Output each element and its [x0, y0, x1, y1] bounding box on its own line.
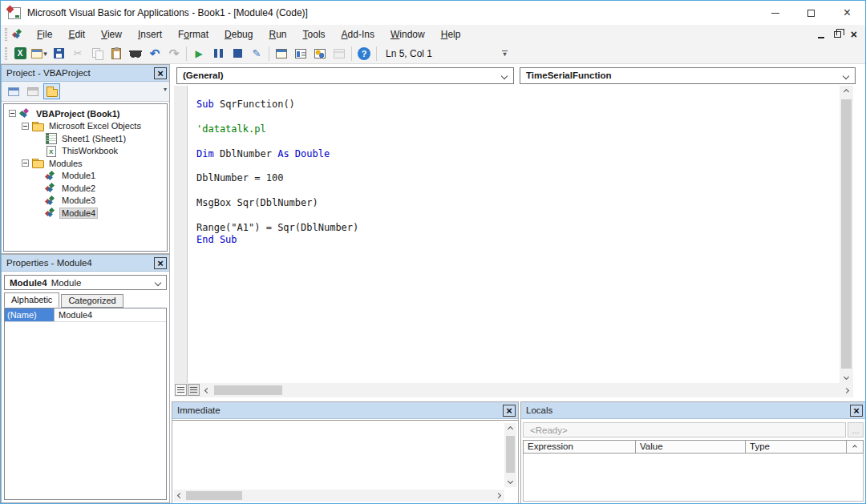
insert-userform-button[interactable]: ▾ [30, 45, 49, 62]
immediate-titlebar[interactable]: Immediate × [172, 402, 518, 419]
menu-format[interactable]: Format [170, 26, 216, 42]
toolbar-grip[interactable] [5, 47, 7, 60]
tree-node-modules[interactable]: Modules [4, 157, 167, 170]
locals-close-button[interactable]: × [850, 405, 863, 417]
tree-node-module3[interactable]: Module3 [4, 195, 167, 208]
menu-insert[interactable]: Insert [130, 26, 170, 42]
code-horizontal-scrollbar[interactable] [201, 384, 852, 397]
column-header-type[interactable]: Type [746, 441, 847, 453]
tree-node-module4[interactable]: Module4 [4, 207, 167, 220]
properties-close-button[interactable]: × [154, 257, 167, 269]
mdi-restore-icon[interactable] [834, 31, 841, 38]
scroll-down-icon[interactable] [840, 371, 853, 383]
property-row[interactable]: (Name) Module4 [5, 308, 166, 322]
view-code-button[interactable] [5, 83, 22, 99]
code-line-5[interactable]: Dim DblNumber As Double [196, 148, 358, 160]
project-panel-titlebar[interactable]: Project - VBAProject × [2, 65, 169, 82]
module-window-icon[interactable] [12, 29, 24, 39]
tree-node-sheet1-sheet1[interactable]: Sheet1 (Sheet1) [4, 132, 167, 145]
column-header-expression[interactable]: Expression [524, 441, 636, 453]
menu-help[interactable]: Help [433, 26, 469, 42]
immediate-close-button[interactable]: × [503, 405, 516, 417]
menu-add-ins[interactable]: Add-Ins [334, 26, 382, 42]
scroll-left-icon[interactable] [201, 384, 213, 397]
tree-node-thisworkbook[interactable]: ThisWorkbook [4, 145, 167, 158]
code-vertical-scrollbar[interactable] [840, 86, 853, 383]
tree-node-module1[interactable]: Module1 [4, 170, 167, 183]
help-button[interactable] [354, 45, 374, 62]
scroll-right-icon[interactable] [492, 490, 504, 502]
locals-table-body[interactable] [523, 454, 864, 502]
scrollbar-thumb[interactable] [841, 99, 852, 369]
design-mode-button[interactable] [247, 45, 266, 62]
project-close-button[interactable]: × [154, 67, 167, 79]
collapse-toggle-icon[interactable] [9, 110, 16, 117]
tree-node-module2[interactable]: Module2 [4, 182, 167, 195]
mdi-minimize-icon[interactable] [818, 37, 824, 38]
collapse-toggle-icon[interactable] [22, 123, 29, 130]
object-selector-dropdown[interactable]: Module4 Module [4, 275, 167, 290]
menu-tools[interactable]: Tools [295, 26, 334, 42]
immediate-vertical-scrollbar[interactable] [504, 423, 516, 487]
immediate-horizontal-scrollbar[interactable] [174, 490, 504, 502]
menu-run[interactable]: Run [261, 26, 294, 42]
code-editor[interactable]: Sub SqrFunction() 'datatalk.pl Dim DblNu… [188, 86, 840, 383]
code-line-12[interactable]: End Sub [196, 234, 358, 246]
tree-node-vbaproject-book1[interactable]: VBAProject (Book1) [4, 107, 167, 120]
procedure-dropdown[interactable]: TimeSerialFunction [520, 67, 856, 84]
code-line-2[interactable] [196, 111, 358, 123]
tab-categorized[interactable]: Categorized [61, 294, 123, 308]
property-name-cell[interactable]: (Name) [5, 308, 55, 321]
dropdown-caret-icon[interactable]: ▾ [43, 50, 47, 58]
object-dropdown[interactable]: (General) [176, 67, 514, 84]
code-line-8[interactable] [196, 185, 358, 197]
properties-window-button[interactable] [291, 45, 310, 62]
menu-edit[interactable]: Edit [60, 26, 93, 42]
scroll-up-icon[interactable] [840, 86, 853, 98]
scroll-up-icon[interactable] [504, 423, 516, 435]
column-header-value[interactable]: Value [636, 441, 746, 453]
maximize-button[interactable] [793, 1, 829, 25]
code-line-3[interactable]: 'datatalk.pl [196, 123, 358, 135]
menu-view[interactable]: View [93, 26, 130, 42]
procedure-view-button[interactable] [175, 384, 187, 396]
scroll-down-icon[interactable] [504, 475, 516, 487]
locals-titlebar[interactable]: Locals × [521, 402, 865, 419]
view-excel-button[interactable] [10, 45, 30, 62]
toolbar-overflow-button[interactable]: ▾ [500, 46, 509, 62]
reset-button[interactable] [228, 45, 247, 62]
code-line-1[interactable]: Sub SqrFunction() [196, 99, 358, 111]
close-button[interactable]: × [829, 1, 865, 25]
full-module-view-button[interactable] [188, 384, 200, 396]
paste-button[interactable] [107, 45, 126, 62]
tree-node-microsoft-excel-objects[interactable]: Microsoft Excel Objects [4, 120, 167, 133]
minimize-button[interactable] [757, 1, 793, 25]
menu-window[interactable]: Window [382, 26, 433, 42]
scroll-left-icon[interactable] [174, 490, 186, 502]
property-value-cell[interactable]: Module4 [55, 308, 92, 321]
menu-file[interactable]: File [29, 26, 60, 42]
code-line-9[interactable]: MsgBox Sqr(DblNumber) [196, 197, 358, 209]
collapse-toggle-icon[interactable] [22, 159, 29, 167]
code-margin-indicator-bar[interactable] [174, 86, 188, 383]
tab-alphabetic[interactable]: Alphabetic [4, 292, 59, 308]
undo-button[interactable] [145, 45, 164, 62]
scrollbar-thumb[interactable] [186, 491, 242, 500]
mdi-close-icon[interactable]: × [851, 30, 857, 39]
code-line-11[interactable]: Range("A1") = Sqr(DblNumber) [196, 222, 358, 234]
code-line-6[interactable] [196, 160, 358, 172]
project-explorer-button[interactable] [272, 45, 291, 62]
toggle-folders-button[interactable] [43, 83, 60, 99]
find-button[interactable] [126, 45, 145, 62]
save-button[interactable] [49, 45, 68, 62]
scrollbar-thumb[interactable] [214, 385, 282, 395]
code-line-4[interactable] [196, 135, 358, 147]
code-line-7[interactable]: DblNumber = 100 [196, 172, 358, 184]
scrollbar-thumb[interactable] [506, 436, 515, 473]
break-button[interactable] [208, 45, 228, 62]
menubar-grip[interactable] [5, 28, 7, 41]
project-toolbar-overflow[interactable]: ▾ [164, 86, 167, 93]
code-line-10[interactable] [196, 210, 358, 222]
properties-panel-titlebar[interactable]: Properties - Module4 × [2, 255, 169, 272]
view-object-button[interactable] [24, 83, 41, 99]
